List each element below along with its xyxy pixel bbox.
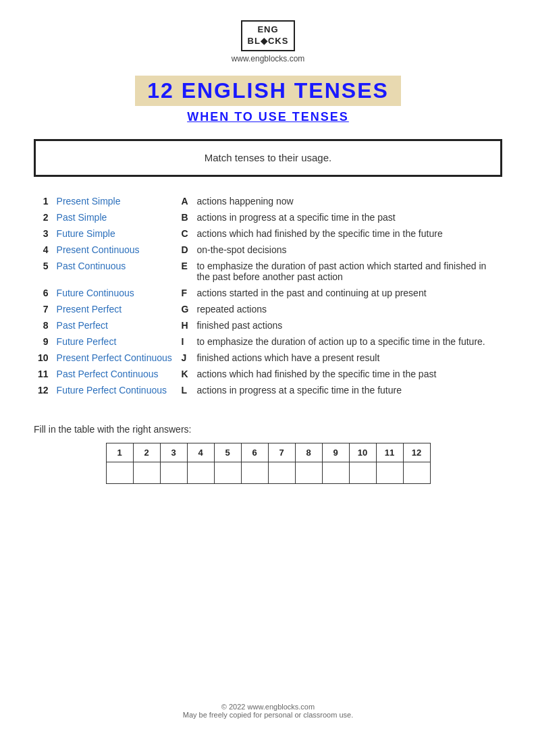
- def-text: to emphasize the duration of past action…: [192, 258, 502, 285]
- fill-answer-cell[interactable]: [241, 462, 268, 483]
- fill-label: Fill in the table with the right answers…: [34, 424, 502, 435]
- def-letter: C: [178, 225, 193, 242]
- def-text: actions which had finished by the specif…: [192, 225, 502, 242]
- tense-name: Past Simple: [53, 209, 178, 225]
- fill-col-header: 2: [133, 443, 160, 462]
- fill-col-header: 1: [106, 443, 133, 462]
- fill-answer-cell[interactable]: [349, 462, 376, 483]
- fill-answer-cell[interactable]: [133, 462, 160, 483]
- table-row: 9 Future Perfect I to emphasize the dura…: [34, 333, 502, 350]
- fill-answer-cell[interactable]: [187, 462, 214, 483]
- tense-name: Present Perfect: [53, 301, 178, 317]
- fill-col-header: 8: [295, 443, 322, 462]
- table-row: 8 Past Perfect H finished past actions: [34, 317, 502, 333]
- fill-table: 123456789101112: [106, 443, 431, 484]
- fill-answer-cell[interactable]: [376, 462, 403, 483]
- tense-name: Past Perfect: [53, 317, 178, 333]
- logo-eng: ENG: [248, 24, 289, 36]
- tense-name: Present Perfect Continuous: [53, 350, 178, 366]
- logo-url: www.engblocks.com: [232, 54, 305, 63]
- tense-number: 9: [34, 333, 53, 350]
- fill-answer-cell[interactable]: [106, 462, 133, 483]
- def-text: finished past actions: [192, 317, 502, 333]
- def-text: repeated actions: [192, 301, 502, 317]
- fill-col-header: 11: [376, 443, 403, 462]
- def-text: to emphasize the duration of action up t…: [192, 333, 502, 350]
- def-letter: I: [178, 333, 193, 350]
- fill-answer-cell[interactable]: [322, 462, 349, 483]
- fill-answer-cell[interactable]: [268, 462, 295, 483]
- def-letter: E: [178, 258, 193, 285]
- logo-block: ENG BL◆CKS www.engblocks.com: [232, 20, 305, 63]
- def-text: actions in progress at a specific time i…: [192, 382, 502, 398]
- tense-name: Present Simple: [53, 193, 178, 209]
- tense-number: 5: [34, 258, 53, 285]
- tense-name: Future Perfect Continuous: [53, 382, 178, 398]
- fill-table-wrapper: 123456789101112: [34, 443, 502, 484]
- fill-col-header: 10: [349, 443, 376, 462]
- def-letter: H: [178, 317, 193, 333]
- fill-col-header: 9: [322, 443, 349, 462]
- tense-number: 4: [34, 242, 53, 258]
- logo-blocks: BL◆CKS: [248, 36, 289, 47]
- tense-name: Future Continuous: [53, 285, 178, 301]
- def-text: on-the-spot decisions: [192, 242, 502, 258]
- tense-number: 3: [34, 225, 53, 242]
- tense-number: 8: [34, 317, 53, 333]
- def-text: actions happening now: [192, 193, 502, 209]
- copyright: © 2022 www.engblocks.com: [183, 703, 354, 711]
- tense-name: Present Continuous: [53, 242, 178, 258]
- fill-col-header: 6: [241, 443, 268, 462]
- tense-number: 11: [34, 366, 53, 382]
- table-row: 2 Past Simple B actions in progress at a…: [34, 209, 502, 225]
- fill-section: Fill in the table with the right answers…: [34, 424, 502, 484]
- def-letter: B: [178, 209, 193, 225]
- def-letter: D: [178, 242, 193, 258]
- tense-number: 10: [34, 350, 53, 366]
- def-letter: G: [178, 301, 193, 317]
- fill-answer-cell[interactable]: [403, 462, 430, 483]
- fill-col-header: 4: [187, 443, 214, 462]
- footer: © 2022 www.engblocks.com May be freely c…: [183, 676, 354, 729]
- table-row: 10 Present Perfect Continuous J finished…: [34, 350, 502, 366]
- fill-col-header: 7: [268, 443, 295, 462]
- match-box: Match tenses to their usage.: [34, 139, 502, 177]
- fill-answer-cell[interactable]: [160, 462, 187, 483]
- footer-note: May be freely copied for personal or cla…: [183, 711, 354, 719]
- tense-number: 7: [34, 301, 53, 317]
- table-row: 1 Present Simple A actions happening now: [34, 193, 502, 209]
- sub-title: WHEN TO USE TENSES: [187, 110, 349, 124]
- def-text: actions in progress at a specific time i…: [192, 209, 502, 225]
- def-letter: J: [178, 350, 193, 366]
- def-letter: F: [178, 285, 193, 301]
- tense-name: Future Perfect: [53, 333, 178, 350]
- table-row: 4 Present Continuous D on-the-spot decis…: [34, 242, 502, 258]
- fill-answer-cell[interactable]: [295, 462, 322, 483]
- def-letter: L: [178, 382, 193, 398]
- tense-name: Future Simple: [53, 225, 178, 242]
- instruction-text: Match tenses to their usage.: [205, 152, 331, 163]
- tense-number: 1: [34, 193, 53, 209]
- page: ENG BL◆CKS www.engblocks.com 12 ENGLISH …: [0, 0, 536, 756]
- fill-col-header: 12: [403, 443, 430, 462]
- tense-name: Past Perfect Continuous: [53, 366, 178, 382]
- table-row: 5 Past Continuous E to emphasize the dur…: [34, 258, 502, 285]
- table-row: 6 Future Continuous F actions started in…: [34, 285, 502, 301]
- tense-name: Past Continuous: [53, 258, 178, 285]
- def-letter: K: [178, 366, 193, 382]
- table-row: 12 Future Perfect Continuous L actions i…: [34, 382, 502, 398]
- fill-col-header: 5: [214, 443, 241, 462]
- tenses-definitions-table: 1 Present Simple A actions happening now…: [34, 193, 502, 398]
- def-letter: A: [178, 193, 193, 209]
- def-text: actions started in the past and continui…: [192, 285, 502, 301]
- def-text: actions which had finished by the specif…: [192, 366, 502, 382]
- table-row: 3 Future Simple C actions which had fini…: [34, 225, 502, 242]
- tense-number: 2: [34, 209, 53, 225]
- tense-number: 12: [34, 382, 53, 398]
- def-text: finished actions which have a present re…: [192, 350, 502, 366]
- table-row: 11 Past Perfect Continuous K actions whi…: [34, 366, 502, 382]
- fill-answer-cell[interactable]: [214, 462, 241, 483]
- table-row: 7 Present Perfect G repeated actions: [34, 301, 502, 317]
- fill-col-header: 3: [160, 443, 187, 462]
- logo-box: ENG BL◆CKS: [241, 20, 296, 51]
